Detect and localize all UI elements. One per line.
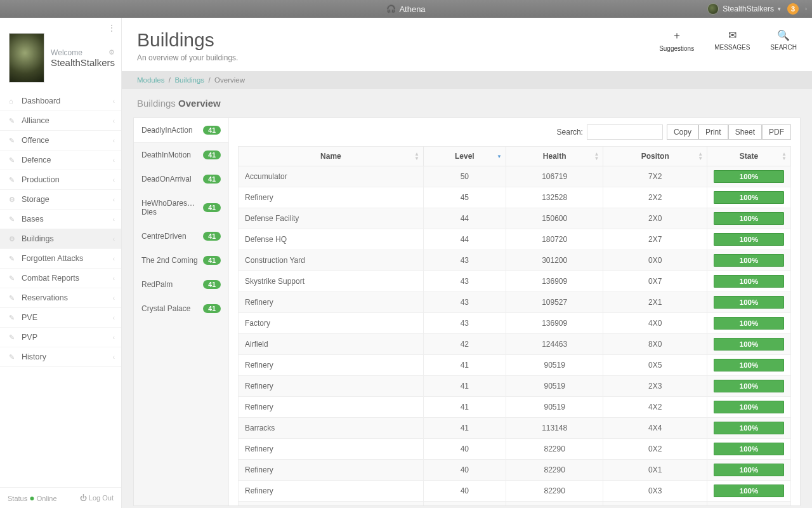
- table-row: Refinery41905190X5100%: [239, 355, 791, 376]
- nav-label: PVE: [22, 313, 37, 322]
- nav-label: Storage: [22, 195, 49, 204]
- cell-name: Skystrike Support: [239, 271, 424, 292]
- table-row: Skystrike Support431369090X7100%: [239, 271, 791, 292]
- cell-position: 0X7: [603, 271, 707, 292]
- sidebar-item-production[interactable]: ✎Production‹: [0, 170, 121, 190]
- edit-icon: ✎: [9, 274, 16, 283]
- tab-deadlyinaction[interactable]: DeadlyInAction41: [134, 118, 228, 143]
- tab-crystal-palace[interactable]: Crystal Palace41: [134, 297, 228, 321]
- crumb-current: Overview: [214, 76, 245, 84]
- tab-deathinmotion[interactable]: DeathInMotion41: [134, 143, 228, 167]
- sheet-button[interactable]: Sheet: [728, 124, 762, 140]
- welcome-label: Welcome: [51, 48, 115, 57]
- sidebar-item-storage[interactable]: ⚙Storage‹: [0, 190, 121, 210]
- sort-icon: ▲▼: [698, 152, 703, 161]
- notification-badge[interactable]: 3: [787, 3, 799, 15]
- crumb-buildings[interactable]: Buildings: [174, 76, 204, 84]
- sidebar-item-defence[interactable]: ✎Defence‹: [0, 150, 121, 170]
- cell-position: 2X2: [603, 187, 707, 208]
- sidebar-item-dashboard[interactable]: ⌂Dashboard‹: [0, 91, 121, 111]
- sidebar-item-alliance[interactable]: ✎Alliance‹: [0, 111, 121, 131]
- table-row: Refinery431095272X1100%: [239, 292, 791, 313]
- header-action-messages[interactable]: ✉MESSAGES: [714, 29, 750, 52]
- table-toolbar: Search: CopyPrintSheetPDF: [238, 124, 791, 140]
- sidebar-item-bases[interactable]: ✎Bases‹: [0, 210, 121, 229]
- cell-name: Construction Yard: [239, 250, 424, 271]
- brand: 🎧 Athena: [386, 4, 425, 14]
- tab-deadonarrival[interactable]: DeadOnArrival41: [134, 167, 228, 191]
- edit-icon: ✎: [9, 117, 16, 125]
- tab-redpalm[interactable]: RedPalm41: [134, 272, 228, 297]
- tab-label: CentreDriven: [141, 232, 187, 241]
- cell-level: 40: [423, 460, 506, 481]
- sidebar-item-combat-reports[interactable]: ✎Combat Reports‹: [0, 269, 121, 288]
- sidebar-item-pvp[interactable]: ✎PVP‹: [0, 328, 121, 347]
- avatar-icon: [707, 3, 719, 15]
- col-label: Level: [455, 152, 475, 161]
- col-state[interactable]: State▲▼: [707, 147, 791, 166]
- logout-link[interactable]: ⏻ Log Out: [80, 494, 114, 502]
- state-bar: 100%: [714, 443, 784, 455]
- header-action-search[interactable]: 🔍SEARCH: [770, 29, 797, 52]
- state-bar: 100%: [714, 464, 784, 476]
- cell-position: 0X5: [603, 355, 707, 376]
- sidebar-item-offence[interactable]: ✎Offence‹: [0, 131, 121, 150]
- cell-name: Refinery: [239, 481, 424, 502]
- tab-badge: 41: [203, 304, 221, 313]
- edit-icon: ✎: [9, 137, 16, 145]
- tab-hewhodares-dies[interactable]: HeWhoDares…Dies41: [134, 191, 228, 224]
- nav-list: ⌂Dashboard‹✎Alliance‹✎Offence‹✎Defence‹✎…: [0, 91, 121, 487]
- col-positon[interactable]: Positon▲▼: [603, 147, 707, 166]
- cell-name: Refinery: [239, 502, 424, 506]
- sidebar-item-forgotten-attacks[interactable]: ✎Forgotten Attacks‹: [0, 249, 121, 269]
- cell-state: 100%: [707, 208, 791, 229]
- sidebar-footer: Status ● Online ⏻ Log Out: [0, 487, 121, 508]
- cell-state: 100%: [707, 313, 791, 334]
- sidebar-item-reservations[interactable]: ✎Reservations‹: [0, 288, 121, 308]
- cell-state: 100%: [707, 502, 791, 506]
- cell-level: 41: [423, 397, 506, 418]
- sidebar-item-pve[interactable]: ✎PVE‹: [0, 308, 121, 328]
- col-level[interactable]: Level▼: [423, 147, 506, 166]
- sidebar-item-buildings[interactable]: ⚙Buildings‹: [0, 229, 121, 249]
- gear-icon[interactable]: ⚙: [108, 48, 115, 57]
- crumb-modules[interactable]: Modules: [137, 76, 164, 84]
- col-label: Name: [320, 152, 341, 161]
- search-input[interactable]: [587, 124, 663, 140]
- tab-badge: 41: [203, 175, 221, 184]
- cell-state: 100%: [707, 229, 791, 250]
- table-row: Refinery451325282X2100%: [239, 187, 791, 208]
- tab-badge: 41: [203, 126, 221, 135]
- sort-icon: ▼: [497, 154, 502, 159]
- table-row: Refinery40822900X6100%: [239, 502, 791, 506]
- tab-centredriven[interactable]: CentreDriven41: [134, 224, 228, 248]
- expand-icon[interactable]: ›: [805, 6, 807, 12]
- tab-label: RedPalm: [141, 280, 173, 289]
- profile-name: StealthStalkers: [51, 57, 115, 68]
- edit-icon: ✎: [9, 255, 16, 263]
- col-name[interactable]: Name▲▼: [239, 147, 424, 166]
- cell-position: 0X6: [603, 502, 707, 506]
- nav-label: Forgotten Attacks: [22, 254, 83, 263]
- header-action-suggestions[interactable]: ＋Suggestions: [659, 29, 694, 52]
- cell-health: 106719: [506, 166, 603, 187]
- cell-level: 43: [423, 292, 506, 313]
- cell-name: Airfield: [239, 334, 424, 355]
- more-icon[interactable]: ⋮: [107, 23, 116, 33]
- chevron-left-icon: ‹: [113, 196, 115, 203]
- edit-icon: ✎: [9, 294, 16, 302]
- tab-the-2nd-coming[interactable]: The 2nd Coming41: [134, 248, 228, 272]
- sidebar-item-history[interactable]: ✎History‹: [0, 347, 121, 367]
- tab-badge: 41: [203, 203, 221, 212]
- pdf-button[interactable]: PDF: [762, 124, 791, 140]
- cell-level: 43: [423, 271, 506, 292]
- page-subtitle: An overview of your buildings.: [137, 53, 238, 62]
- copy-button[interactable]: Copy: [667, 124, 698, 140]
- chevron-left-icon: ‹: [113, 216, 115, 223]
- col-health[interactable]: Health▲▼: [506, 147, 603, 166]
- state-bar: 100%: [714, 296, 784, 309]
- user-menu[interactable]: StealthStalkers ▾: [707, 3, 781, 15]
- chevron-left-icon: ‹: [113, 275, 115, 282]
- print-button[interactable]: Print: [698, 124, 728, 140]
- cell-level: 44: [423, 229, 506, 250]
